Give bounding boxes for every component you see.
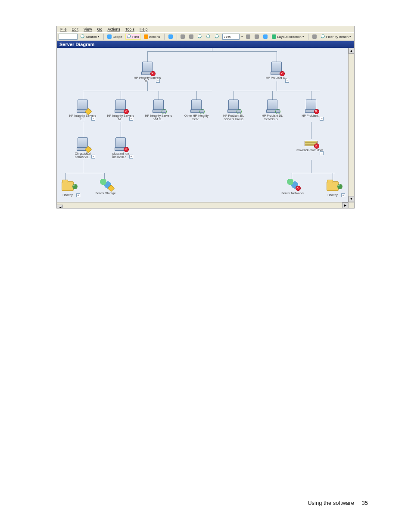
status-ok-icon: [275, 109, 280, 114]
node-integrity-servers-g[interactable]: HP Integrity Servers G... −: [132, 62, 162, 83]
menu-go[interactable]: Go: [97, 27, 102, 31]
status-ok-icon: [237, 109, 242, 114]
scroll-down-button[interactable]: ▼: [349, 196, 354, 202]
node-pluscard[interactable]: pluscard .do main220.a... +: [106, 137, 136, 159]
footer-section: Using the software: [308, 500, 354, 506]
status-critical-icon: [314, 109, 319, 114]
find-icon: [127, 34, 131, 39]
scroll-up-button[interactable]: ▲: [349, 48, 354, 54]
filter-icon: [321, 34, 325, 39]
menu-edit[interactable]: Edit: [72, 27, 79, 31]
zoomfit-icon: [215, 34, 219, 39]
expand-button[interactable]: −: [320, 117, 324, 121]
zoom-dropdown[interactable]: ▾: [241, 35, 243, 38]
folder-icon: [62, 181, 74, 191]
node-other-integrity[interactable]: Other HP Integrity Serv...: [181, 100, 212, 121]
toolbar-zoomfit[interactable]: [214, 34, 221, 39]
folder-icon: [327, 181, 339, 191]
globe-icon: [168, 34, 173, 39]
toolbar-zoomin[interactable]: [196, 34, 203, 39]
node-proliant-s[interactable]: HP ProLiant S... −: [262, 62, 292, 80]
reset-icon: [312, 34, 317, 39]
node-proliant[interactable]: HP ProLiant... −: [296, 100, 326, 118]
toolbar-globe[interactable]: [167, 34, 174, 39]
zoomout-icon: [206, 34, 211, 39]
scroll-left-button[interactable]: ◀: [57, 205, 63, 208]
status-healthy-icon: [72, 184, 78, 189]
menu-file[interactable]: File: [60, 27, 67, 31]
menu-actions[interactable]: Actions: [107, 27, 120, 31]
toolbar-reset[interactable]: [311, 34, 318, 39]
fit2-icon: [255, 34, 259, 39]
node-label: HP ProLiant BL Servers Group: [218, 114, 249, 121]
toolbar-print[interactable]: [179, 34, 186, 39]
fit-icon: [246, 34, 250, 39]
status-critical-icon: [124, 109, 129, 114]
scroll-corner: [348, 202, 354, 208]
menu-help[interactable]: Help: [140, 27, 148, 31]
zoom-input[interactable]: [222, 34, 240, 40]
find-button[interactable]: Find: [125, 34, 141, 40]
layout-icon: [272, 34, 276, 39]
toolbar-preview[interactable]: [188, 34, 195, 39]
node-label: Server Storage: [90, 192, 121, 195]
expand-button[interactable]: +: [341, 193, 345, 197]
status-critical-icon: [280, 71, 285, 76]
horizontal-scrollbar[interactable]: ◀ ▶: [57, 202, 348, 208]
node-label: Server Networks: [277, 192, 308, 195]
toolbar-fit2[interactable]: [253, 34, 260, 39]
layout-button[interactable]: Layout direction ▾: [271, 34, 305, 39]
status-healthy-icon: [337, 184, 342, 189]
node-healthy-right[interactable]: Healthy +: [318, 180, 348, 197]
node-integrity-m[interactable]: HP Integrity Servers M... −: [106, 100, 136, 121]
toolbar-overview[interactable]: [262, 34, 269, 39]
footer-page-number: 35: [362, 500, 368, 506]
node-proliant-bl[interactable]: HP ProLiant BL Servers Group: [218, 100, 249, 121]
menu-view[interactable]: View: [84, 27, 92, 31]
node-server-networks[interactable]: Server Networks: [277, 179, 308, 195]
toolbar: Search ▾ Scope Find Actions ▾ Layout dir…: [57, 32, 354, 41]
scope-button[interactable]: Scope: [106, 34, 124, 39]
expand-button[interactable]: −: [156, 79, 160, 83]
node-maverick[interactable]: maverick-mom.dom... −: [296, 137, 326, 152]
node-label: Other HP Integrity Serv...: [181, 114, 212, 121]
expand-button[interactable]: −: [129, 117, 133, 121]
expand-button[interactable]: −: [91, 117, 95, 121]
menu-tools[interactable]: Tools: [125, 27, 134, 31]
node-healthy-left[interactable]: Healthy +: [57, 180, 83, 197]
status-critical-icon: [296, 186, 301, 191]
toolbar-zoomout[interactable]: [205, 34, 212, 39]
node-server-storage[interactable]: Server Storage: [90, 179, 121, 195]
expand-button[interactable]: −: [285, 79, 289, 83]
status-ok-icon: [162, 109, 167, 114]
vertical-scrollbar[interactable]: ▲ ▼: [348, 48, 354, 202]
node-integrity-e[interactable]: HP Integrity Servers E... −: [68, 100, 98, 121]
expand-button[interactable]: −: [91, 155, 95, 159]
page-footer: Using the software 35: [308, 500, 368, 506]
node-chrysdskl[interactable]: Chrysdskl.d omain220... −: [68, 137, 98, 159]
application-window: File Edit View Go Actions Tools Help Sea…: [56, 26, 355, 208]
filter-button[interactable]: Filter by health ▾: [320, 34, 352, 39]
status-critical-icon: [124, 147, 129, 152]
scope-icon: [107, 34, 112, 39]
node-integrity-vm[interactable]: HP Integrity Servers VM G...: [143, 100, 174, 121]
expand-button[interactable]: −: [320, 151, 324, 155]
status-ok-icon: [199, 109, 205, 114]
expand-button[interactable]: +: [76, 193, 80, 197]
expand-button[interactable]: +: [129, 155, 133, 159]
node-label: HP Integrity Servers VM G...: [143, 114, 174, 121]
toolbar-fit1[interactable]: [245, 34, 252, 39]
status-critical-icon: [150, 71, 156, 76]
scroll-right-button[interactable]: ▶: [342, 202, 348, 208]
search-button[interactable]: Search ▾: [79, 34, 100, 39]
actions-button[interactable]: Actions: [143, 34, 162, 39]
toolbar-textbox[interactable]: [59, 34, 78, 40]
actions-icon: [144, 34, 148, 39]
node-proliant-dl[interactable]: HP ProLiant DL Servers G...: [257, 100, 287, 121]
print-icon: [181, 34, 185, 39]
status-critical-icon: [314, 143, 319, 149]
diagram-canvas[interactable]: HP Integrity Servers G... − HP ProLiant …: [57, 48, 354, 208]
preview-icon: [189, 34, 193, 39]
search-icon: [81, 34, 85, 39]
diagram-title: Server Diagram: [57, 41, 354, 48]
